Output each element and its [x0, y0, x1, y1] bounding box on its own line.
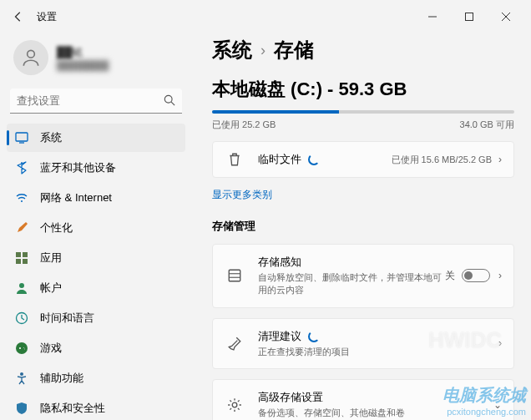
nav-label: 帐户	[40, 281, 62, 296]
nav-network[interactable]: 网络 & Internet	[7, 184, 185, 212]
svg-rect-11	[23, 259, 28, 264]
advanced-storage-card[interactable]: 高级存储设置 备份选项、存储空间、其他磁盘和卷 ⌄	[212, 379, 514, 420]
nav-label: 网络 & Internet	[40, 190, 112, 205]
chevron-right-icon: ›	[498, 154, 502, 165]
svg-point-3	[164, 95, 172, 103]
nav-bluetooth[interactable]: 蓝牙和其他设备	[7, 154, 185, 182]
disk-title: 本地磁盘 (C:) - 59.3 GB	[212, 77, 514, 102]
svg-rect-8	[16, 252, 21, 257]
breadcrumb-parent[interactable]: 系统	[212, 37, 252, 63]
svg-rect-5	[16, 133, 28, 141]
card-subtitle: 正在查找要清理的项目	[258, 346, 498, 358]
breadcrumb: 系统 › 存储	[212, 37, 514, 63]
accessibility-icon	[15, 372, 28, 385]
svg-point-14	[16, 342, 28, 354]
temp-usage-label: 已使用 15.6 MB/25.2 GB	[392, 154, 492, 166]
chevron-right-icon: ›	[498, 337, 502, 349]
disk-free-label: 34.0 GB 可用	[460, 119, 514, 131]
chevron-right-icon: ›	[498, 270, 502, 281]
svg-point-15	[20, 372, 23, 376]
nav-label: 蓝牙和其他设备	[40, 160, 116, 175]
card-title: 清理建议	[258, 329, 301, 344]
nav-label: 辅助功能	[40, 371, 83, 386]
chevron-right-icon: ›	[260, 42, 266, 59]
card-subtitle: 备份选项、存储空间、其他磁盘和卷	[258, 407, 493, 419]
nav-label: 系统	[40, 130, 62, 145]
temp-files-card[interactable]: 临时文件 已使用 15.6 MB/25.2 GB ›	[212, 141, 514, 178]
toggle-label: 关	[445, 269, 455, 283]
nav-privacy[interactable]: 隐私和安全性	[7, 394, 185, 420]
disk-icon	[225, 268, 245, 283]
nav-label: 隐私和安全性	[40, 401, 105, 416]
nav-accounts[interactable]: 帐户	[7, 274, 185, 302]
search-input[interactable]	[10, 89, 182, 114]
gear-icon	[225, 397, 245, 412]
nav-personalization[interactable]: 个性化	[7, 214, 185, 242]
svg-point-2	[28, 50, 35, 58]
storage-sense-card[interactable]: 存储感知 自动释放空间、删除临时文件，并管理本地可用的云内容 关 ›	[212, 244, 514, 308]
nav-time[interactable]: 时间和语言	[7, 304, 185, 332]
nav-label: 游戏	[40, 341, 62, 356]
nav-accessibility[interactable]: 辅助功能	[7, 364, 185, 392]
svg-line-4	[171, 102, 174, 105]
nav-system[interactable]: 系统	[7, 124, 185, 152]
clock-icon	[15, 311, 28, 325]
avatar	[13, 40, 48, 75]
loading-spinner	[308, 154, 320, 165]
apps-icon	[15, 251, 28, 265]
svg-rect-9	[23, 252, 28, 257]
svg-rect-1	[466, 13, 473, 21]
trash-icon	[225, 152, 245, 167]
cleanup-card[interactable]: 清理建议 正在查找要清理的项目 ›	[212, 318, 514, 369]
nav-label: 应用	[40, 250, 62, 266]
maximize-button[interactable]	[451, 4, 488, 29]
card-title: 存储感知	[258, 255, 301, 270]
svg-rect-16	[229, 271, 240, 282]
back-button[interactable]	[7, 5, 30, 28]
storage-sense-toggle[interactable]	[462, 269, 490, 282]
breadcrumb-current: 存储	[274, 37, 314, 63]
svg-point-7	[21, 200, 23, 202]
account-icon	[15, 281, 28, 295]
search-icon	[164, 94, 175, 109]
window-title: 设置	[37, 10, 57, 24]
card-title: 高级存储设置	[258, 390, 323, 405]
svg-point-19	[232, 402, 237, 407]
show-more-link[interactable]: 显示更多类别	[212, 188, 272, 202]
svg-point-12	[19, 283, 24, 288]
brush-icon	[15, 221, 28, 235]
user-name: ██铭	[57, 45, 109, 60]
gaming-icon	[15, 342, 28, 355]
user-block[interactable]: ██铭 ████████	[7, 33, 185, 89]
card-subtitle: 自动释放空间、删除临时文件，并管理本地可用的云内容	[258, 271, 445, 297]
wifi-icon	[15, 191, 28, 205]
close-button[interactable]	[488, 4, 524, 29]
svg-rect-10	[16, 259, 21, 264]
disk-used-label: 已使用 25.2 GB	[212, 119, 276, 131]
loading-spinner	[308, 331, 320, 342]
nav-label: 个性化	[40, 220, 73, 235]
storage-management-header: 存储管理	[212, 219, 514, 234]
chevron-down-icon: ⌄	[493, 399, 502, 411]
nav-gaming[interactable]: 游戏	[7, 334, 185, 362]
card-title: 临时文件	[258, 152, 301, 167]
user-email: ████████	[57, 60, 109, 70]
broom-icon	[225, 336, 245, 351]
bluetooth-icon	[15, 161, 28, 175]
nav-label: 时间和语言	[40, 311, 94, 326]
system-icon	[15, 131, 28, 144]
minimize-button[interactable]	[414, 4, 451, 29]
disk-usage-bar	[212, 110, 514, 114]
shield-icon	[15, 402, 28, 415]
nav-apps[interactable]: 应用	[7, 244, 185, 272]
